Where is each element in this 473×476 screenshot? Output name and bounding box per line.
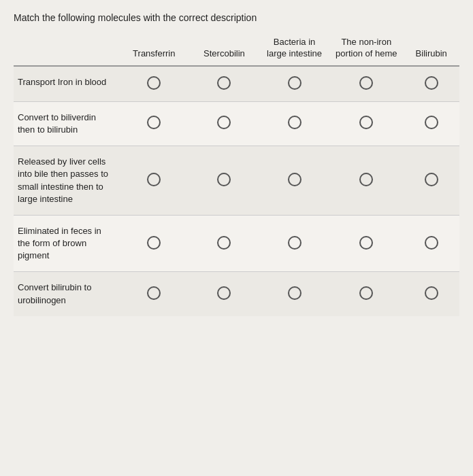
radio-transferrin-row1[interactable] <box>147 116 161 129</box>
cell-transferrin-row0[interactable] <box>119 66 189 102</box>
cell-noniron-row3[interactable] <box>329 215 403 272</box>
radio-stercobilin-row1[interactable] <box>217 116 231 129</box>
cell-noniron-row0[interactable] <box>329 66 403 102</box>
radio-transferrin-row0[interactable] <box>147 76 161 90</box>
radio-stercobilin-row0[interactable] <box>217 76 231 90</box>
cell-transferrin-row3[interactable] <box>119 215 189 272</box>
radio-bilirubin-row4[interactable] <box>425 286 438 300</box>
table-row: Released by liver cells into bile then p… <box>14 146 459 216</box>
radio-noniron-row0[interactable] <box>359 76 373 90</box>
table-row: Convert bilirubin to urobilinogen <box>14 272 459 316</box>
cell-noniron-row2[interactable] <box>329 146 403 216</box>
radio-bacteria-row4[interactable] <box>288 286 301 300</box>
radio-transferrin-row2[interactable] <box>147 173 161 186</box>
cell-bacteria-row3[interactable] <box>259 215 329 272</box>
cell-bilirubin-row3[interactable] <box>403 215 459 272</box>
cell-bacteria-row4[interactable] <box>259 272 329 316</box>
col-header-row <box>14 34 119 66</box>
cell-stercobilin-row1[interactable] <box>189 101 259 146</box>
cell-noniron-row1[interactable] <box>329 101 403 146</box>
radio-transferrin-row3[interactable] <box>147 236 161 250</box>
radio-stercobilin-row2[interactable] <box>217 173 231 186</box>
radio-noniron-row3[interactable] <box>359 236 373 250</box>
row-description: Eliminated in feces in the form of brown… <box>14 215 119 272</box>
cell-stercobilin-row4[interactable] <box>189 272 259 316</box>
col-header-transferrin: Transferrin <box>119 34 189 66</box>
radio-stercobilin-row4[interactable] <box>217 286 231 300</box>
cell-bacteria-row1[interactable] <box>259 101 329 146</box>
matching-table: Transferrin Stercobilin Bacteria in larg… <box>14 34 459 316</box>
col-header-bacteria: Bacteria in large intestine <box>259 34 329 66</box>
radio-noniron-row4[interactable] <box>359 286 373 300</box>
radio-bilirubin-row3[interactable] <box>425 236 438 250</box>
radio-noniron-row1[interactable] <box>359 116 373 129</box>
cell-stercobilin-row0[interactable] <box>189 66 259 102</box>
radio-bilirubin-row1[interactable] <box>425 116 438 129</box>
radio-bilirubin-row2[interactable] <box>425 173 438 186</box>
cell-noniron-row4[interactable] <box>329 272 403 316</box>
radio-stercobilin-row3[interactable] <box>217 236 231 250</box>
radio-bilirubin-row0[interactable] <box>425 76 438 90</box>
radio-bacteria-row3[interactable] <box>288 236 301 250</box>
col-header-bilirubin: Bilirubin <box>403 34 459 66</box>
row-description: Convert bilirubin to urobilinogen <box>14 272 119 316</box>
cell-transferrin-row4[interactable] <box>119 272 189 316</box>
radio-bacteria-row0[interactable] <box>288 76 301 90</box>
cell-bacteria-row0[interactable] <box>259 66 329 102</box>
cell-bilirubin-row2[interactable] <box>403 146 459 216</box>
cell-bilirubin-row4[interactable] <box>403 272 459 316</box>
cell-stercobilin-row2[interactable] <box>189 146 259 216</box>
col-header-stercobilin: Stercobilin <box>189 34 259 66</box>
radio-noniron-row2[interactable] <box>359 173 373 186</box>
cell-bilirubin-row0[interactable] <box>403 66 459 102</box>
cell-transferrin-row2[interactable] <box>119 146 189 216</box>
row-description: Transport Iron in blood <box>14 66 119 102</box>
row-description: Convert to biliverdin then to bilirubin <box>14 101 119 146</box>
cell-bacteria-row2[interactable] <box>259 146 329 216</box>
row-description: Released by liver cells into bile then p… <box>14 146 119 216</box>
page-title: Match the following molecules with the c… <box>14 12 459 23</box>
radio-transferrin-row4[interactable] <box>147 286 161 300</box>
radio-bacteria-row1[interactable] <box>288 116 301 129</box>
cell-stercobilin-row3[interactable] <box>189 215 259 272</box>
table-row: Eliminated in feces in the form of brown… <box>14 215 459 272</box>
table-row: Convert to biliverdin then to bilirubin <box>14 101 459 146</box>
col-header-noniron: The non-iron portion of heme <box>329 34 403 66</box>
cell-bilirubin-row1[interactable] <box>403 101 459 146</box>
table-row: Transport Iron in blood <box>14 66 459 102</box>
cell-transferrin-row1[interactable] <box>119 101 189 146</box>
radio-bacteria-row2[interactable] <box>288 173 301 186</box>
